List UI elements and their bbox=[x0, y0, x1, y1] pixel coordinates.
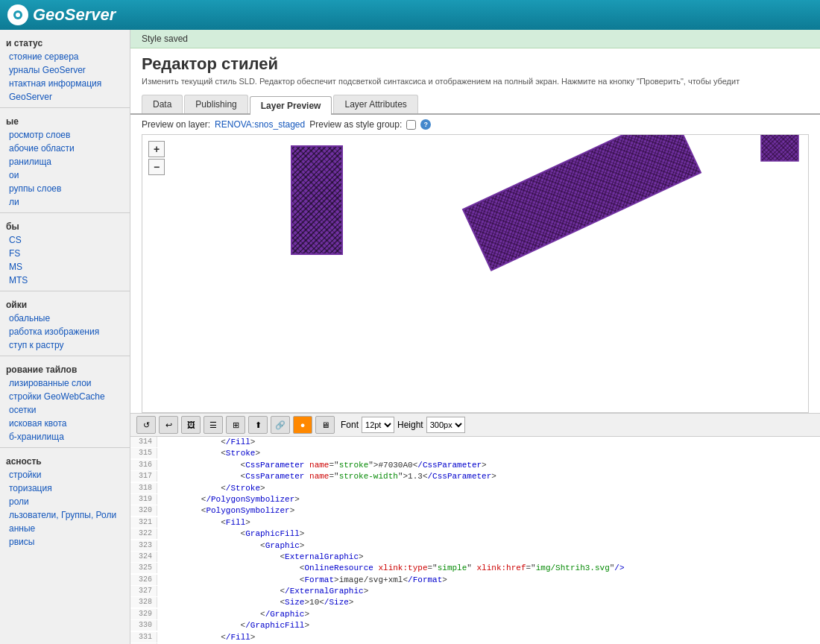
line-content: <Size>10</Size> bbox=[157, 597, 358, 608]
sidebar-item-stores[interactable]: ранилища bbox=[0, 155, 130, 168]
sidebar-item-services-security[interactable]: рвисы bbox=[0, 535, 130, 549]
code-line: 331 </Fill> bbox=[130, 632, 820, 643]
sidebar-item-about[interactable]: GeoServer bbox=[0, 90, 130, 104]
line-number: 326 bbox=[130, 575, 157, 585]
line-content: <OnlineResource xlink:type="simple" xlin… bbox=[157, 563, 629, 574]
line-content: <PolygonSymbolizer> bbox=[157, 505, 299, 517]
export-button[interactable]: ⬆ bbox=[248, 416, 268, 434]
sidebar-item-gridsets[interactable]: осетки bbox=[0, 403, 130, 417]
tab-layer-preview[interactable]: Layer Preview bbox=[250, 96, 332, 115]
code-line: 314 </Fill> bbox=[130, 437, 820, 448]
sidebar-item-logs[interactable]: урналы GeoServer bbox=[0, 63, 130, 77]
sidebar-item-contact[interactable]: нтактная информация bbox=[0, 77, 130, 90]
link-button[interactable]: 🔗 bbox=[271, 416, 290, 434]
sidebar-section-tiles: рование тайлов bbox=[0, 360, 130, 376]
editor-toolbar: ↺ ↩ 🖼 ☰ ⊞ ⬆ 🔗 ● 🖥 Font 10pt 11pt 12pt bbox=[130, 414, 820, 437]
code-line: 318 </Stroke> bbox=[130, 483, 820, 494]
line-number: 314 bbox=[130, 437, 157, 447]
sidebar-item-cached-layers[interactable]: лизированные слои bbox=[0, 376, 130, 390]
line-content: <Format>image/svg+xml</Format> bbox=[157, 575, 452, 586]
app-header: GeoServer bbox=[0, 0, 820, 30]
main-content: Style saved Редактор стилей Изменить тек… bbox=[130, 30, 820, 644]
svg-rect-14 bbox=[761, 135, 798, 161]
line-content: <CssParameter name="stroke-width">1.3</C… bbox=[157, 471, 501, 482]
line-content: </GraphicFill> bbox=[157, 620, 314, 631]
color-button[interactable]: ● bbox=[293, 416, 312, 434]
line-number: 327 bbox=[130, 586, 157, 596]
font-controls: Font 10pt 11pt 12pt 14pt Height 200px 30… bbox=[341, 417, 465, 433]
line-number: 316 bbox=[130, 460, 157, 470]
sidebar-item-disk-quota[interactable]: исковая квота bbox=[0, 417, 130, 430]
line-number: 320 bbox=[130, 505, 157, 516]
line-number: 325 bbox=[130, 563, 157, 573]
line-number: 330 bbox=[130, 620, 157, 631]
line-content: </PolygonSymbolizer> bbox=[157, 494, 304, 505]
line-number: 324 bbox=[130, 552, 157, 562]
sidebar-item-wmts[interactable]: MTS bbox=[0, 274, 130, 287]
preview-layer-link[interactable]: RENOVA:snos_staged bbox=[215, 119, 305, 130]
svg-point-2 bbox=[16, 13, 20, 17]
zoom-in-button[interactable]: + bbox=[148, 141, 165, 157]
line-content: </Fill> bbox=[157, 437, 259, 448]
sidebar-item-wcs[interactable]: CS bbox=[0, 233, 130, 247]
sidebar-item-security-settings[interactable]: стройки bbox=[0, 468, 130, 482]
undo-button[interactable]: ↩ bbox=[159, 416, 178, 434]
app-title: GeoServer bbox=[33, 5, 116, 25]
sidebar-item-data-security[interactable]: анные bbox=[0, 522, 130, 535]
line-number: 319 bbox=[130, 494, 157, 505]
preview-area: Preview on layer: RENOVA:snos_staged Pre… bbox=[130, 115, 820, 644]
font-size-select[interactable]: 10pt 11pt 12pt 14pt bbox=[362, 417, 394, 433]
line-content: <Graphic> bbox=[157, 540, 309, 552]
list-button[interactable]: ☰ bbox=[204, 416, 223, 434]
image-button[interactable]: 🖼 bbox=[181, 416, 201, 434]
code-line: 321 <Fill> bbox=[130, 517, 820, 528]
line-content: <CssParameter name="stroke">#7030A0</Css… bbox=[157, 460, 491, 471]
sidebar-item-layers[interactable]: росмотр слоев bbox=[0, 128, 130, 142]
monitor-button[interactable]: 🖥 bbox=[315, 416, 335, 434]
page-title: Редактор стилей bbox=[142, 54, 809, 74]
tab-publishing[interactable]: Publishing bbox=[184, 95, 247, 113]
sidebar-item-geocache-settings[interactable]: стройки GeoWebCache bbox=[0, 390, 130, 403]
sidebar-item-global[interactable]: обальные bbox=[0, 312, 130, 325]
line-number: 318 bbox=[130, 483, 157, 493]
line-number: 329 bbox=[130, 609, 157, 619]
line-content: </Fill> bbox=[157, 632, 259, 643]
sidebar-item-wms[interactable]: MS bbox=[0, 260, 130, 274]
tab-layer-attributes[interactable]: Layer Attributes bbox=[333, 95, 417, 113]
sidebar-item-server-status[interactable]: стояние сервера bbox=[0, 50, 130, 63]
height-select[interactable]: 200px 300px 400px 500px bbox=[426, 417, 465, 433]
sidebar-item-blobstores[interactable]: б-хранилища bbox=[0, 430, 130, 443]
font-label: Font bbox=[341, 420, 359, 430]
sidebar-item-roles[interactable]: роли bbox=[0, 495, 130, 508]
line-content: <ExternalGraphic> bbox=[157, 552, 368, 563]
line-content: </Graphic> bbox=[157, 609, 314, 620]
editor-area: ↺ ↩ 🖼 ☰ ⊞ ⬆ 🔗 ● 🖥 Font 10pt 11pt 12pt bbox=[130, 413, 820, 644]
sidebar-item-workspaces[interactable]: абочие области bbox=[0, 142, 130, 155]
preview-controls: Preview on layer: RENOVA:snos_staged Pre… bbox=[130, 115, 820, 134]
sidebar-item-styles[interactable]: ои bbox=[0, 168, 130, 182]
sidebar-item-raster[interactable]: ступ к растру bbox=[0, 338, 130, 352]
sidebar-item-auth[interactable]: торизация bbox=[0, 482, 130, 495]
code-line: 317 <CssParameter name="stroke-width">1.… bbox=[130, 471, 820, 482]
table-button[interactable]: ⊞ bbox=[226, 416, 245, 434]
code-line: 320 <PolygonSymbolizer> bbox=[130, 505, 820, 517]
style-group-checkbox[interactable] bbox=[406, 120, 416, 130]
title-area: Редактор стилей Изменить текущий стиль S… bbox=[130, 48, 820, 89]
sidebar-item-styles2[interactable]: ли bbox=[0, 195, 130, 209]
sidebar-item-layergroups[interactable]: руппы слоев bbox=[0, 182, 130, 195]
line-number: 328 bbox=[130, 597, 157, 607]
sidebar-item-wfs[interactable]: FS bbox=[0, 247, 130, 260]
height-label: Height bbox=[397, 420, 423, 430]
sidebar-item-image-processing[interactable]: работка изображения bbox=[0, 325, 130, 338]
sidebar-section-security: асность bbox=[0, 452, 130, 468]
info-icon[interactable]: ? bbox=[420, 119, 431, 130]
code-editor[interactable]: 314 </Fill>315 <Stroke>316 <CssParameter… bbox=[130, 437, 820, 644]
map-container[interactable]: + − bbox=[142, 134, 809, 413]
code-line: 328 <Size>10</Size> bbox=[130, 597, 820, 608]
tab-data[interactable]: Data bbox=[142, 95, 183, 113]
line-number: 315 bbox=[130, 448, 157, 458]
sidebar-item-users-groups-roles[interactable]: льзователи, Группы, Роли bbox=[0, 508, 130, 522]
code-line: 329 </Graphic> bbox=[130, 609, 820, 620]
refresh-button[interactable]: ↺ bbox=[136, 416, 156, 434]
zoom-out-button[interactable]: − bbox=[148, 159, 165, 175]
